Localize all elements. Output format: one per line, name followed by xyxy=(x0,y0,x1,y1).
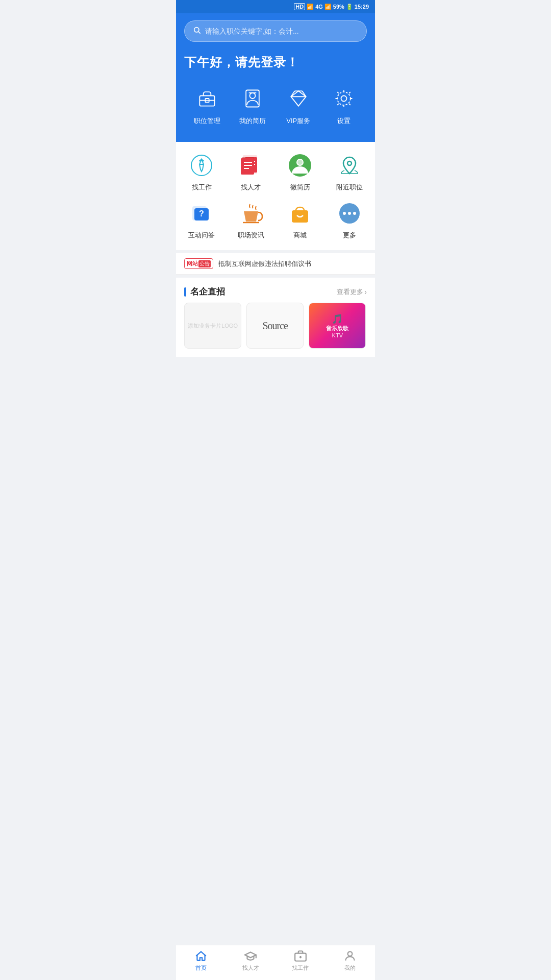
badge-gong: 公告 xyxy=(198,260,211,267)
placeholder-text: 添加业务卡片LOGO xyxy=(186,320,240,332)
location-teal-icon xyxy=(336,152,363,179)
diamond-icon xyxy=(285,85,312,112)
service-label-find-job: 找工作 xyxy=(192,183,212,192)
svg-point-15 xyxy=(337,92,350,105)
service-find-talent[interactable]: 找人才 xyxy=(231,152,272,192)
search-bar[interactable] xyxy=(184,20,367,42)
tie-icon xyxy=(188,152,215,179)
company-card-ktv[interactable]: 🎵 音乐欣歌 KTV xyxy=(309,303,366,349)
hd-badge: HD xyxy=(294,3,305,10)
resume-icon xyxy=(239,85,266,112)
service-grid: 找工作 xyxy=(176,142,375,250)
service-label-workplace-news: 职场资讯 xyxy=(238,231,264,240)
service-label-qa: 互动问答 xyxy=(188,231,215,240)
svg-point-38 xyxy=(348,212,351,215)
battery-icon: 🔋 xyxy=(346,4,353,10)
menu-item-settings[interactable]: 设置 xyxy=(330,85,358,126)
menu-item-job-manage[interactable]: 职位管理 xyxy=(193,85,221,126)
top-menu: 职位管理 我的简历 xyxy=(184,85,367,126)
service-label-mall: 商城 xyxy=(293,231,307,240)
announcement-banner[interactable]: 网站 公告 抵制互联网虚假违法招聘倡议书 xyxy=(176,250,375,275)
service-label-find-talent: 找人才 xyxy=(241,183,261,192)
ktv-name-1: 音乐欣歌 xyxy=(326,325,348,332)
bag-icon xyxy=(287,200,313,227)
service-qa[interactable]: ? 互动问答 xyxy=(181,200,222,240)
greeting-text: 下午好，请先登录！ xyxy=(184,54,367,70)
ktv-name-2: KTV xyxy=(326,332,348,338)
ktv-card-bg: 🎵 音乐欣歌 KTV xyxy=(309,303,365,348)
menu-label-resume: 我的简历 xyxy=(239,116,266,126)
see-more-label: 查看更多 xyxy=(337,287,363,297)
ktv-logo: 🎵 xyxy=(326,313,348,325)
svg-point-37 xyxy=(343,212,346,215)
svg-point-39 xyxy=(353,212,356,215)
svg-line-1 xyxy=(198,32,201,34)
service-mall[interactable]: 商城 xyxy=(280,200,321,240)
gear-icon xyxy=(330,85,358,112)
company-card-placeholder[interactable]: 添加业务卡片LOGO xyxy=(184,303,241,349)
chevron-right-icon: › xyxy=(364,288,367,296)
source-text: Source xyxy=(262,320,288,332)
company-cards: 添加业务卡片LOGO Source 🎵 音乐欣歌 KTV xyxy=(176,303,375,357)
svg-text:?: ? xyxy=(199,209,204,218)
service-find-job[interactable]: 找工作 xyxy=(181,152,222,192)
menu-item-vip[interactable]: VIP服务 xyxy=(285,85,312,126)
dots-icon xyxy=(336,200,363,227)
briefcase-icon xyxy=(193,85,221,112)
menu-label-settings: 设置 xyxy=(337,116,350,126)
service-label-more: 更多 xyxy=(343,231,356,240)
svg-point-14 xyxy=(341,96,347,102)
menu-label-vip: VIP服务 xyxy=(286,116,310,126)
service-workplace-news[interactable]: 职场资讯 xyxy=(231,200,272,240)
signal-icon: 📶 xyxy=(324,4,332,10)
resume-red-icon xyxy=(238,152,264,179)
svg-rect-2 xyxy=(199,96,214,106)
menu-item-resume[interactable]: 我的简历 xyxy=(239,85,266,126)
section-bar xyxy=(184,287,186,297)
svg-rect-23 xyxy=(241,158,254,175)
wifi-icon: 📶 xyxy=(307,4,314,10)
search-icon xyxy=(193,26,201,36)
content-area: 找工作 xyxy=(176,142,375,357)
service-micro-resume[interactable]: 微简历 xyxy=(280,152,321,192)
company-card-source[interactable]: Source xyxy=(246,303,304,349)
battery-level: 59% xyxy=(333,4,344,10)
question-icon: ? xyxy=(188,200,215,227)
search-input[interactable] xyxy=(205,27,358,35)
service-label-nearby-jobs: 附近职位 xyxy=(336,183,363,192)
service-nearby-jobs[interactable]: 附近职位 xyxy=(329,152,370,192)
featured-section-header: 名企直招 查看更多 › xyxy=(176,275,375,303)
status-bar: HD 📶 4G 📶 59% 🔋 15:29 xyxy=(176,0,375,13)
person-green-icon xyxy=(287,152,313,179)
announcement-badge: 网站 公告 xyxy=(184,258,213,269)
header-section: 下午好，请先登录！ 职位管理 xyxy=(176,13,375,142)
announcement-text: 抵制互联网虚假违法招聘倡议书 xyxy=(218,259,311,268)
menu-label-job-manage: 职位管理 xyxy=(194,116,220,126)
section-title-text: 名企直招 xyxy=(190,286,225,298)
ktv-content: 🎵 音乐欣歌 KTV xyxy=(326,313,348,338)
coffee-icon xyxy=(238,200,264,227)
status-icons: HD 📶 4G 📶 59% 🔋 15:29 xyxy=(294,3,369,10)
svg-point-6 xyxy=(250,93,256,99)
see-more-button[interactable]: 查看更多 › xyxy=(337,287,367,297)
clock: 15:29 xyxy=(355,4,369,10)
badge-site: 网站 xyxy=(187,260,198,267)
service-more[interactable]: 更多 xyxy=(329,200,370,240)
section-title: 名企直招 xyxy=(184,286,225,298)
svg-point-30 xyxy=(347,161,352,165)
service-label-micro-resume: 微简历 xyxy=(290,183,310,192)
svg-point-0 xyxy=(194,28,199,32)
svg-point-29 xyxy=(297,160,303,165)
network-type: 4G xyxy=(315,4,323,10)
